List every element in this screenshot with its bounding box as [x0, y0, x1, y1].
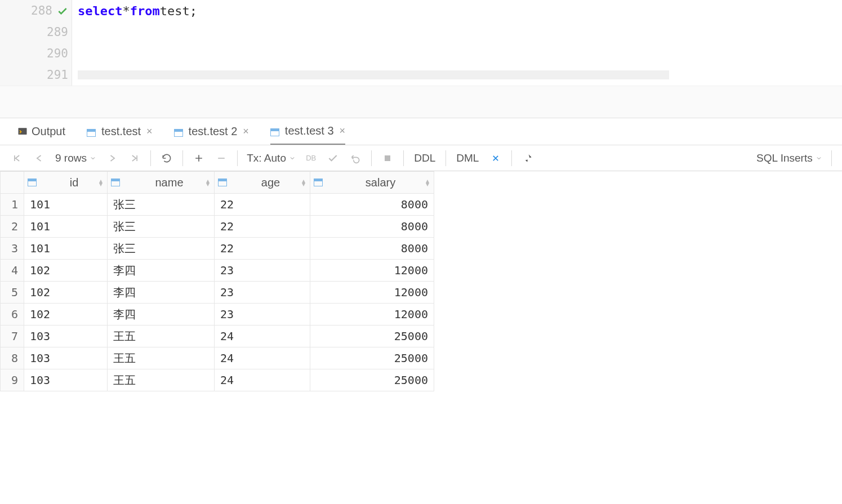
column-header-age[interactable]: age▴▾ — [215, 172, 310, 194]
table-row[interactable]: 8103王五2425000 — [1, 347, 434, 369]
remove-row-icon[interactable] — [211, 150, 231, 166]
table-row[interactable]: 9103王五2425000 — [1, 369, 434, 391]
horizontal-scrollbar[interactable] — [78, 70, 669, 79]
sql-editor[interactable]: 288 289 290 291 select * from test; — [0, 0, 842, 86]
cell-id[interactable]: 102 — [24, 282, 108, 304]
tx-mode-dropdown[interactable]: Tx: Auto — [243, 152, 299, 164]
row-number: 7 — [1, 325, 24, 347]
cell-salary[interactable]: 12000 — [310, 260, 434, 282]
column-header-salary[interactable]: salary▴▾ — [310, 172, 434, 194]
code-line[interactable]: select * from test; — [72, 0, 842, 21]
cell-salary[interactable]: 8000 — [310, 216, 434, 238]
sort-icon[interactable]: ▴▾ — [99, 179, 103, 186]
table-row[interactable]: 6102李四2312000 — [1, 304, 434, 325]
first-page-icon[interactable] — [7, 150, 27, 166]
sort-icon[interactable]: ▴▾ — [302, 179, 305, 186]
cell-id[interactable]: 103 — [24, 347, 108, 369]
cell-age[interactable]: 23 — [215, 260, 310, 282]
tab-test-3[interactable]: test.test 3 × — [270, 119, 345, 145]
close-icon[interactable]: × — [146, 126, 153, 137]
cell-name[interactable]: 张三 — [108, 216, 215, 238]
cell-id[interactable]: 101 — [24, 238, 108, 260]
table-row[interactable]: 1101张三228000 — [1, 194, 434, 216]
row-number: 2 — [1, 216, 24, 238]
pin-icon[interactable] — [518, 150, 538, 166]
table-row[interactable]: 3101张三228000 — [1, 238, 434, 260]
cell-age[interactable]: 22 — [215, 216, 310, 238]
cell-age[interactable]: 23 — [215, 282, 310, 304]
table-row[interactable]: 4102李四2312000 — [1, 260, 434, 282]
add-row-icon[interactable] — [189, 150, 209, 166]
tab-output[interactable]: Output — [17, 119, 65, 145]
db-upload-icon[interactable]: DB — [301, 151, 320, 164]
result-grid[interactable]: id▴▾ name▴▾ age▴▾ salary▴▾ 1101张三2280002… — [0, 171, 842, 391]
table-row[interactable]: 2101张三228000 — [1, 216, 434, 238]
cell-name[interactable]: 李四 — [108, 282, 215, 304]
export-format-dropdown[interactable]: SQL Inserts — [753, 152, 826, 164]
cell-name[interactable]: 李四 — [108, 304, 215, 325]
cell-age[interactable]: 22 — [215, 194, 310, 216]
commit-icon[interactable] — [323, 150, 343, 166]
column-header-id[interactable]: id▴▾ — [24, 172, 108, 194]
cell-salary[interactable]: 12000 — [310, 282, 434, 304]
column-header-name[interactable]: name▴▾ — [108, 172, 215, 194]
dml-button[interactable]: DML — [452, 150, 483, 167]
cell-salary[interactable]: 25000 — [310, 369, 434, 391]
cell-salary[interactable]: 8000 — [310, 194, 434, 216]
cell-name[interactable]: 王五 — [108, 325, 215, 347]
cell-name[interactable]: 李四 — [108, 260, 215, 282]
cell-salary[interactable]: 8000 — [310, 238, 434, 260]
close-icon[interactable]: × — [340, 125, 346, 137]
table-row[interactable]: 7103王五2425000 — [1, 325, 434, 347]
table-icon — [270, 128, 279, 136]
cell-age[interactable]: 24 — [215, 325, 310, 347]
compare-icon[interactable] — [485, 150, 506, 166]
panel-gap — [0, 86, 842, 118]
code-area[interactable]: select * from test; — [72, 0, 842, 86]
ddl-button[interactable]: DDL — [409, 150, 440, 167]
cell-name[interactable]: 张三 — [108, 238, 215, 260]
cell-age[interactable]: 22 — [215, 238, 310, 260]
tab-test-2[interactable]: test.test 2 × — [174, 119, 249, 145]
prev-page-icon[interactable] — [29, 150, 50, 166]
cell-id[interactable]: 102 — [24, 304, 108, 325]
cell-id[interactable]: 102 — [24, 260, 108, 282]
chevron-down-icon — [289, 155, 296, 162]
row-number: 1 — [1, 194, 24, 216]
corner-cell — [1, 172, 24, 194]
next-page-icon[interactable] — [102, 150, 122, 166]
sort-icon[interactable]: ▴▾ — [206, 179, 210, 186]
stop-icon[interactable] — [377, 150, 398, 166]
refresh-icon[interactable] — [157, 150, 177, 166]
cell-salary[interactable]: 25000 — [310, 347, 434, 369]
cell-age[interactable]: 24 — [215, 369, 310, 391]
result-tab-bar: Output test.test × test.test 2 × test.te… — [0, 118, 842, 145]
sort-icon[interactable]: ▴▾ — [426, 179, 429, 186]
column-icon — [111, 179, 120, 186]
cell-salary[interactable]: 25000 — [310, 325, 434, 347]
close-icon[interactable]: × — [243, 126, 249, 137]
row-number: 6 — [1, 304, 24, 325]
result-toolbar: 9 rows Tx: Auto DB DDL DML SQL Inserts — [0, 145, 842, 171]
row-count-dropdown[interactable]: 9 rows — [52, 152, 100, 164]
cell-age[interactable]: 23 — [215, 304, 310, 325]
cell-id[interactable]: 103 — [24, 369, 108, 391]
cell-salary[interactable]: 12000 — [310, 304, 434, 325]
cell-id[interactable]: 103 — [24, 325, 108, 347]
cell-id[interactable]: 101 — [24, 216, 108, 238]
cell-id[interactable]: 101 — [24, 194, 108, 216]
cell-name[interactable]: 张三 — [108, 194, 215, 216]
editor-gutter: 288 289 290 291 — [0, 0, 72, 86]
cell-age[interactable]: 24 — [215, 347, 310, 369]
tab-test[interactable]: test.test × — [87, 119, 153, 145]
row-number: 8 — [1, 347, 24, 369]
svg-rect-0 — [19, 128, 27, 135]
table-row[interactable]: 5102李四2312000 — [1, 282, 434, 304]
rollback-icon[interactable] — [345, 150, 366, 166]
line-number: 288 — [31, 4, 52, 17]
cell-name[interactable]: 王五 — [108, 369, 215, 391]
table-icon — [174, 129, 183, 137]
last-page-icon[interactable] — [124, 150, 145, 166]
cell-name[interactable]: 王五 — [108, 347, 215, 369]
check-icon — [57, 4, 68, 17]
